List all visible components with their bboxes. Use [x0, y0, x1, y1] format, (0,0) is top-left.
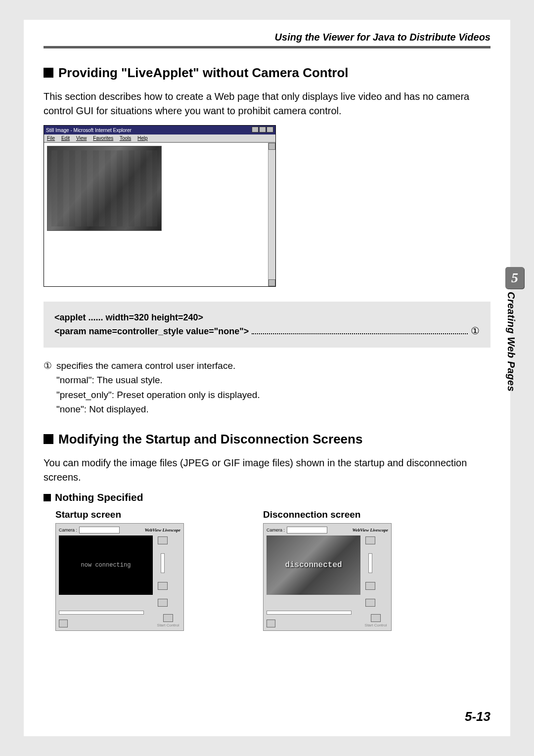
- disconnected-text: disconnected: [285, 561, 342, 570]
- tilt-button-icon: [365, 536, 375, 544]
- code-block: <applet ...... width=320 height=240> <pa…: [44, 302, 490, 348]
- running-header: Using the Viewer for Java to Distribute …: [44, 32, 490, 46]
- start-control-icon: [371, 614, 381, 622]
- desc-num: ①: [44, 358, 56, 373]
- code-line-1: <applet ...... width=320 height=240>: [54, 312, 480, 323]
- bullet-square-icon: [44, 434, 53, 444]
- code-ref-1: ①: [471, 325, 480, 337]
- nothing-specified-heading: Nothing Specified: [44, 491, 490, 503]
- start-control-icon: [163, 614, 173, 622]
- startup-label: Startup screen: [55, 509, 222, 520]
- section2-intro: You can modify the image files (JPEG or …: [44, 456, 490, 485]
- wide-button-icon: [158, 582, 168, 590]
- side-controls: [155, 535, 171, 607]
- menu-edit: Edit: [61, 135, 70, 141]
- section2-heading: Modifying the Startup and Disconnection …: [44, 432, 490, 447]
- window-buttons: [251, 127, 273, 133]
- chapter-title-vertical: Creating Web Pages: [505, 292, 517, 392]
- section2-title: Modifying the Startup and Disconnection …: [58, 432, 362, 446]
- page-number: 5-13: [465, 709, 490, 724]
- still-image: [47, 146, 162, 231]
- camera-dropdown: [79, 527, 120, 534]
- start-control-label: Start Control: [157, 623, 179, 627]
- section1-heading: Providing "LiveApplet" without Camera Co…: [44, 65, 490, 81]
- section1-title: Providing "LiveApplet" without Camera Co…: [58, 65, 349, 80]
- tilt-button-icon: [158, 536, 168, 544]
- minimize-icon: [252, 127, 259, 133]
- menu-favorites: Favorites: [93, 135, 113, 141]
- bullet-square-small-icon: [44, 494, 51, 501]
- description-list: ① specifies the camera control user inte…: [44, 358, 490, 417]
- tilt-slider: [368, 553, 372, 573]
- close-icon: [267, 127, 273, 133]
- browser-menubar: File Edit View Favorites Tools Help: [44, 134, 275, 142]
- startup-screenshot: Camera : WebView Livescope now connectin…: [55, 523, 184, 631]
- startup-column: Startup screen Camera : WebView Livescop…: [44, 507, 222, 631]
- wide-button-icon: [365, 582, 375, 590]
- desc-l1: specifies the camera control user interf…: [56, 358, 235, 373]
- section1-intro: This section describes how to create a W…: [44, 89, 490, 118]
- startup-viewport: now connecting: [59, 535, 153, 595]
- browser-title: Still Image - Microsoft Internet Explore…: [46, 128, 132, 133]
- pan-slider: [267, 611, 352, 615]
- disconnection-column: Disconnection screen Camera : WebView Li…: [251, 507, 429, 631]
- menu-file: File: [47, 135, 55, 141]
- start-control-button: Start Control: [156, 614, 180, 627]
- maximize-icon: [259, 127, 266, 133]
- scroll-up-icon: [268, 143, 275, 150]
- webview-logo: WebView Livescope: [352, 528, 388, 533]
- preset-button-icon: [365, 599, 375, 607]
- screenshot-columns: Startup screen Camera : WebView Livescop…: [44, 507, 490, 631]
- browser-client-area: [44, 142, 275, 286]
- pan-slider: [59, 611, 144, 615]
- desc-l4: "none": Not displayed.: [56, 402, 490, 416]
- camera-dropdown: [287, 527, 327, 534]
- menu-tools: Tools: [120, 135, 131, 141]
- code-line-2: <param name=controller_style value="none…: [54, 325, 480, 337]
- preset-button-icon: [158, 599, 168, 607]
- menu-view: View: [76, 135, 87, 141]
- camera-label: Camera :: [267, 528, 285, 533]
- nothing-specified-text: Nothing Specified: [55, 491, 143, 503]
- disconnection-screenshot: Camera : WebView Livescope disconnected: [263, 523, 392, 631]
- snapshot-button-icon: [267, 620, 275, 627]
- chapter-tab: 5 Creating Web Pages: [505, 267, 525, 392]
- tilt-slider: [161, 553, 165, 573]
- bullet-square-icon: [44, 68, 53, 78]
- webview-logo: WebView Livescope: [144, 528, 180, 533]
- leader-dots-icon: [252, 333, 468, 334]
- chapter-number-badge: 5: [505, 267, 524, 289]
- start-control-label: Start Control: [365, 623, 387, 627]
- browser-window: Still Image - Microsoft Internet Explore…: [44, 125, 276, 287]
- desc-l3: "preset_only": Preset operation only is …: [56, 388, 490, 402]
- side-controls: [362, 535, 378, 607]
- start-control-button: Start Control: [363, 614, 388, 627]
- disconnection-label: Disconnection screen: [263, 509, 429, 520]
- scroll-down-icon: [268, 279, 275, 286]
- disconnection-viewport: disconnected: [267, 535, 360, 595]
- code-line-2-text: <param name=controller_style value="none…: [54, 326, 249, 337]
- browser-titlebar: Still Image - Microsoft Internet Explore…: [44, 126, 275, 134]
- scrollbar-vertical: [268, 143, 275, 286]
- code-line-1-text: <applet ...... width=320 height=240>: [54, 312, 203, 323]
- desc-l2: "normal": The usual style.: [56, 373, 490, 387]
- menu-help: Help: [137, 135, 148, 141]
- header-rule: [44, 46, 490, 48]
- snapshot-button-icon: [59, 620, 68, 627]
- connecting-text: now connecting: [81, 562, 131, 569]
- camera-label: Camera :: [59, 528, 77, 533]
